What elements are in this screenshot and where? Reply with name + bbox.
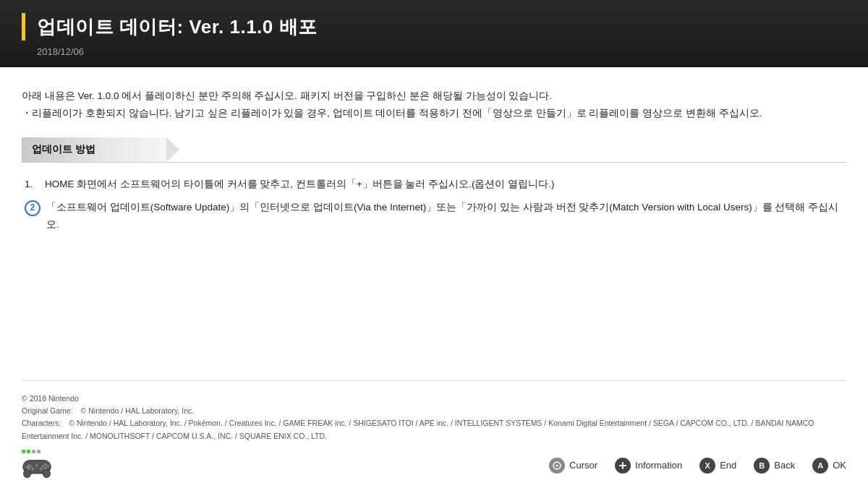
svg-point-9 (42, 465, 44, 467)
svg-point-15 (556, 464, 558, 466)
steps-list: 1. HOME 화면에서 소프트웨어의 타이틀에 커서를 맞추고, 컨트롤러의「… (22, 176, 846, 233)
copyright-text: © 2018 Nintendo Original Game: © Nintend… (22, 393, 846, 442)
information-button-icon (615, 458, 631, 474)
step-text-1: HOME 화면에서 소프트웨어의 타이틀에 커서를 맞추고, 컨트롤러의「+」버… (45, 176, 846, 193)
legend-cursor: Cursor (549, 458, 597, 474)
controller-graphic (22, 450, 52, 481)
legend-end: X End (699, 458, 736, 474)
legend-back: B Back (754, 458, 795, 474)
page-title: 업데이트 데이터: Ver. 1.1.0 배포 (37, 14, 318, 40)
svg-point-1 (24, 469, 31, 478)
section-divider (22, 162, 846, 163)
step-text-2: 「소프트웨어 업데이트(Software Update)」의「인터넷으로 업데이… (46, 199, 846, 233)
information-label: Information (635, 460, 682, 471)
copyright-line1: © 2018 Nintendo (22, 393, 846, 405)
copyright-line2: Original Game: © Nintendo / HAL Laborato… (22, 405, 846, 417)
svg-point-10 (44, 467, 46, 469)
header-date: 2018/12/06 (37, 46, 846, 57)
b-button-icon: B (754, 458, 770, 474)
a-button-icon: A (812, 458, 828, 474)
end-label: End (720, 460, 736, 471)
intro-text: 아래 내용은 Ver. 1.0.0 에서 플레이하신 분만 주의해 주십시오. … (22, 87, 846, 121)
svg-point-5 (30, 466, 35, 471)
led-dot-4 (37, 450, 41, 453)
footer-divider (22, 380, 846, 381)
svg-point-8 (46, 465, 48, 467)
main-content: 아래 내용은 Ver. 1.0.0 에서 플레이하신 분만 주의해 주십시오. … (0, 67, 868, 246)
step-item-1: 1. HOME 화면에서 소프트웨어의 타이틀에 커서를 맞추고, 컨트롤러의「… (25, 176, 846, 193)
ok-label: OK (833, 460, 846, 471)
header-title-row: 업데이트 데이터: Ver. 1.1.0 배포 (22, 13, 846, 40)
led-dot-3 (32, 450, 35, 453)
legend-ok: A OK (812, 458, 846, 474)
step-item-2: 2 「소프트웨어 업데이트(Software Update)」의「인터넷으로 업… (25, 199, 846, 233)
step-number-1: 1. (25, 176, 39, 193)
cursor-button-icon (549, 458, 565, 474)
section-heading-text: 업데이트 방법 (32, 143, 95, 156)
svg-rect-12 (35, 465, 38, 466)
section-wrapper: 업데이트 방법 (22, 137, 846, 163)
plus-icon (618, 461, 628, 471)
cursor-icon (552, 461, 562, 471)
led-dot-1 (22, 450, 25, 453)
cursor-label: Cursor (569, 460, 597, 471)
svg-point-2 (43, 469, 50, 478)
intro-paragraph2: ・리플레이가 호환되지 않습니다. 남기고 싶은 리플레이가 있을 경우, 업데… (22, 108, 762, 119)
legend-information: Information (615, 458, 682, 474)
controller-svg (22, 455, 52, 478)
bottom-bar: Cursor Information X End B B (22, 450, 846, 481)
section-heading-bar: 업데이트 방법 (22, 137, 166, 162)
header-accent-bar (22, 13, 25, 40)
led-dots (22, 450, 52, 453)
svg-point-7 (44, 463, 46, 466)
svg-rect-13 (30, 465, 33, 466)
x-button-icon: X (699, 458, 715, 474)
svg-rect-17 (619, 465, 626, 466)
copyright-line3: Characters: © Nintendo / HAL Laboratory,… (22, 417, 846, 442)
step-circle-2: 2 (25, 200, 41, 216)
footer-area: © 2018 Nintendo Original Game: © Nintend… (0, 359, 868, 488)
intro-paragraph1: 아래 내용은 Ver. 1.0.0 에서 플레이하신 분만 주의해 주십시오. … (22, 90, 552, 101)
controller-icon (22, 450, 52, 481)
button-legend: Cursor Information X End B B (549, 458, 846, 474)
led-dot-2 (27, 450, 30, 453)
header: 업데이트 데이터: Ver. 1.1.0 배포 2018/12/06 (0, 0, 868, 67)
back-label: Back (774, 460, 795, 471)
